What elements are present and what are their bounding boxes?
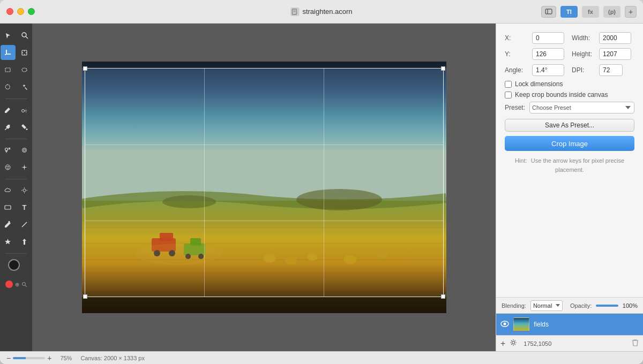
crop-grid <box>85 69 443 297</box>
add-layer-button[interactable]: + <box>500 339 505 348</box>
svg-point-33 <box>22 282 25 285</box>
keep-crop-checkbox[interactable] <box>505 92 512 98</box>
tool-group-crop <box>1 45 32 60</box>
plugin-button[interactable]: (p) <box>603 6 620 18</box>
foreground-color-swatch[interactable] <box>8 259 20 271</box>
opacity-value: 100% <box>623 302 638 309</box>
star-tool[interactable] <box>1 234 16 249</box>
zoom-tool[interactable] <box>17 28 32 43</box>
lasso-tool[interactable] <box>1 79 16 94</box>
opacity-label: Opacity: <box>570 302 592 309</box>
add-panel-button[interactable]: + <box>625 6 637 18</box>
text-tool[interactable]: T <box>17 200 32 215</box>
brightness-tool[interactable] <box>17 183 32 198</box>
maximize-button[interactable] <box>28 8 35 15</box>
tool-group-stars <box>1 234 32 249</box>
crop-handle-br[interactable] <box>441 294 445 299</box>
crop-handle-tl[interactable] <box>83 66 87 71</box>
secondary-color-dot[interactable] <box>5 280 13 288</box>
line-tool[interactable] <box>17 217 32 232</box>
canvas-info: Canvas: 2000 × 1333 px <box>80 355 145 361</box>
crop-box[interactable] <box>85 68 444 297</box>
svg-point-24 <box>8 166 9 166</box>
hint-container: Hint: Use the arrow keys for pixel preci… <box>505 156 634 174</box>
arrow-tool[interactable] <box>1 28 16 43</box>
paint-bucket-tool[interactable] <box>17 119 32 134</box>
color-picker-icon[interactable]: ⊕ <box>15 282 19 287</box>
cloud-tool[interactable] <box>1 183 16 198</box>
blur-tool[interactable] <box>17 142 32 157</box>
preset-row: Preset: Choose Preset 4x6 5x7 8x10 Squar… <box>505 102 634 113</box>
dpi-label: DPI: <box>572 66 596 74</box>
airbrush-tool[interactable] <box>17 102 32 117</box>
height-input[interactable] <box>599 48 631 60</box>
layer-item-fields[interactable]: fields <box>496 314 643 335</box>
crop-tool[interactable] <box>1 45 16 60</box>
blending-select[interactable]: Normal Multiply Screen Overlay <box>530 300 563 311</box>
width-input[interactable] <box>599 32 631 44</box>
transform-tool[interactable] <box>17 45 32 60</box>
opacity-slider[interactable] <box>596 305 618 307</box>
clone-stamp-tool[interactable] <box>1 142 16 157</box>
tool-group-vector <box>1 217 32 232</box>
x-input[interactable] <box>532 32 564 44</box>
crop-handle-bl[interactable] <box>83 294 87 299</box>
pen-tool[interactable] <box>1 217 16 232</box>
save-preset-button[interactable]: Save As Preset... <box>505 119 634 132</box>
angle-input[interactable] <box>532 64 564 76</box>
height-label: Height: <box>572 50 596 58</box>
preset-select[interactable]: Choose Preset 4x6 5x7 8x10 Square <box>529 102 634 113</box>
layer-settings-button[interactable] <box>510 339 517 348</box>
zoom-in-button[interactable]: + <box>47 354 51 362</box>
dpi-input[interactable] <box>599 64 623 76</box>
delete-layer-button[interactable] <box>632 339 639 348</box>
magnify-small-icon[interactable] <box>21 282 27 287</box>
svg-point-20 <box>23 148 27 152</box>
fx-button[interactable]: fx <box>582 6 599 18</box>
layers-toolbar: Blending: Normal Multiply Screen Overlay… <box>496 298 643 314</box>
rect-select-tool[interactable] <box>1 62 16 77</box>
canvas-area <box>32 24 496 351</box>
svg-line-6 <box>26 36 28 39</box>
svg-point-62 <box>512 342 515 344</box>
brush-tool[interactable] <box>1 102 16 117</box>
eyedropper-tool[interactable] <box>1 119 16 134</box>
x-label: X: <box>505 34 529 42</box>
face-tool[interactable] <box>1 160 16 175</box>
tool-group-brush <box>1 102 32 117</box>
arrow-shape-tool[interactable] <box>17 234 32 249</box>
crop-image-button[interactable]: Crop Image <box>505 136 634 151</box>
grid-line-h1 <box>85 145 443 145</box>
lock-dimensions-checkbox[interactable] <box>505 81 512 88</box>
svg-point-5 <box>22 33 26 37</box>
close-button[interactable] <box>6 8 13 15</box>
svg-point-23 <box>6 166 7 166</box>
grid-line-v1 <box>204 69 205 297</box>
rect-tool[interactable] <box>1 200 16 215</box>
y-input[interactable] <box>532 48 564 60</box>
main-window: straighten.acorn TI fx (p) + <box>0 0 643 364</box>
crop-overlay-top <box>82 62 446 68</box>
xy-width-height-row: X: Width: <box>505 32 634 44</box>
lock-dimensions-row: Lock dimensions <box>505 80 634 88</box>
sidebar-toggle-button[interactable] <box>541 6 556 18</box>
zoom-out-button[interactable]: − <box>6 354 11 362</box>
ellipse-select-tool[interactable] <box>17 62 32 77</box>
svg-point-60 <box>504 323 506 325</box>
angle-dpi-row: Angle: DPI: <box>505 64 634 76</box>
window-title: straighten.acorn <box>302 7 352 16</box>
text-tool-title-button[interactable]: TI <box>560 6 578 18</box>
svg-rect-30 <box>5 206 11 209</box>
tool-group-paint <box>1 119 32 134</box>
y-height-row: Y: Height: <box>505 48 634 60</box>
crop-handle-tr[interactable] <box>441 66 445 71</box>
minimize-button[interactable] <box>17 8 24 15</box>
tool-divider-3 <box>5 179 27 179</box>
document-icon <box>290 7 299 16</box>
sparkle-tool[interactable] <box>17 160 32 175</box>
layers-footer: + 1752,1050 <box>496 335 643 351</box>
grid-line-v2 <box>324 69 324 297</box>
magic-wand-tool[interactable] <box>17 79 32 94</box>
zoom-slider[interactable] <box>13 357 45 359</box>
layer-visibility-icon[interactable] <box>500 320 509 329</box>
